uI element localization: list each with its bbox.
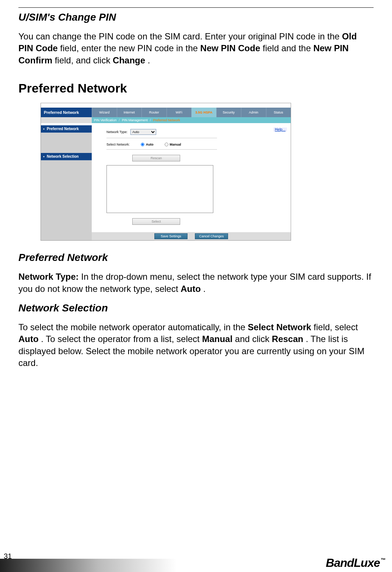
network-type-row: Network Type: Auto: [106, 129, 291, 135]
ui-footer-left: [41, 232, 92, 240]
divider: [106, 138, 217, 138]
subtab-preferred-network[interactable]: Preferred Network: [153, 118, 180, 122]
subtab-separator: /: [119, 118, 120, 122]
sidebar-gap: [41, 133, 92, 153]
heading-preferred-network: Preferred Network: [18, 81, 374, 95]
radio-auto[interactable]: [141, 143, 144, 146]
text-rescan: Rescan: [272, 334, 303, 344]
top-rule: [18, 7, 374, 8]
sidebar: Preferred Network Network Selection: [41, 125, 92, 232]
bullet-icon: [43, 128, 45, 130]
main-panel: Help... Network Type: Auto Select Networ…: [92, 125, 291, 232]
sidebar-item-label: Preferred Network: [47, 127, 79, 131]
rescan-button[interactable]: Rescan: [132, 155, 180, 161]
help-link[interactable]: Help...: [273, 128, 287, 132]
network-list[interactable]: [106, 165, 213, 213]
text: To select the mobile network operator au…: [18, 322, 248, 332]
select-button[interactable]: Select: [132, 218, 180, 225]
subtab-separator: /: [150, 118, 151, 122]
text: field, enter the new PIN code in the: [60, 43, 200, 53]
sidebar-item-preferred-network[interactable]: Preferred Network: [41, 125, 92, 133]
tab-router[interactable]: Router: [141, 108, 167, 117]
page-footer: 31 BandLuxe™: [0, 550, 392, 572]
select-network-row: Select Network: Auto Manual: [106, 143, 291, 146]
tab-internet[interactable]: Internet: [117, 108, 142, 117]
subtabs-left-gap: [41, 117, 92, 123]
tab-security[interactable]: Security: [216, 108, 241, 117]
paragraph-network-selection: To select the mobile network operator au…: [18, 321, 374, 369]
spacer: [106, 229, 291, 232]
text-network-type-label: Network Type:: [18, 272, 79, 282]
radio-option-manual[interactable]: Manual: [165, 143, 181, 146]
sidebar-item-label: Network Selection: [47, 154, 79, 158]
radio-auto-label: Auto: [146, 143, 154, 146]
ui-content: Preferred Network Network Selection Help…: [41, 125, 291, 232]
subtab-pin-management[interactable]: PIN Management: [122, 118, 148, 122]
network-type-select[interactable]: Auto: [130, 129, 156, 135]
text-change: Change: [113, 55, 145, 65]
ui-footer-right: Save Settings Cancel Changes: [92, 232, 291, 240]
brand-logo: BandLuxe™: [326, 556, 385, 570]
text-select-network: Select Network: [248, 322, 311, 332]
ui-top-strip: [41, 103, 291, 108]
text-auto2: Auto: [18, 334, 39, 344]
text: field and the: [263, 43, 313, 53]
text-new-pin-code: New PIN Code: [200, 43, 260, 53]
subtabs: PIN Verification / PIN Management / Pref…: [92, 117, 291, 123]
tab-35g-hspa[interactable]: 3.5G HSPA: [191, 108, 216, 117]
text: .: [148, 55, 150, 65]
bullet-icon: [43, 156, 45, 157]
radio-manual-label: Manual: [170, 143, 181, 146]
router-admin-screenshot: Preferred Network Wizard Internet Router…: [41, 103, 291, 241]
text: and click: [235, 334, 272, 344]
radio-option-auto[interactable]: Auto: [141, 143, 154, 146]
paragraph-change-pin: You can change the PIN code on the SIM c…: [18, 31, 374, 66]
sidebar-item-network-selection[interactable]: Network Selection: [41, 153, 92, 160]
ui-header-row: Preferred Network Wizard Internet Router…: [41, 108, 291, 117]
tab-status[interactable]: Status: [266, 108, 291, 117]
ui-footer: Save Settings Cancel Changes: [41, 232, 291, 240]
text: field, and click: [55, 55, 113, 65]
text-auto: Auto: [181, 284, 201, 294]
ui-header-title: Preferred Network: [41, 108, 92, 117]
tab-wizard[interactable]: Wizard: [92, 108, 117, 117]
text: .: [203, 284, 206, 294]
tab-wifi[interactable]: WiFi: [167, 108, 192, 117]
heading-usim-change-pin: U/SIM's Change PIN: [18, 11, 374, 23]
text: field, select: [314, 322, 358, 332]
cancel-changes-button[interactable]: Cancel Changes: [195, 233, 228, 239]
paragraph-network-type: Network Type: In the drop-down menu, sel…: [18, 271, 374, 295]
trademark-icon: ™: [381, 557, 385, 563]
text-manual: Manual: [202, 334, 232, 344]
save-settings-button[interactable]: Save Settings: [154, 233, 188, 239]
radio-manual[interactable]: [165, 143, 168, 146]
brand-text: BandLuxe: [326, 556, 380, 569]
text: . To select the operator from a list, se…: [41, 334, 202, 344]
select-network-label: Select Network:: [106, 143, 130, 146]
network-type-label: Network Type:: [106, 130, 127, 134]
top-tabs: Wizard Internet Router WiFi 3.5G HSPA Se…: [92, 108, 291, 117]
tab-admin[interactable]: Admin: [241, 108, 266, 117]
text: You can change the PIN code on the SIM c…: [18, 31, 342, 41]
divider: [106, 149, 217, 150]
subtabs-row: PIN Verification / PIN Management / Pref…: [41, 117, 291, 123]
heading-preferred-network-sub: Preferred Network: [18, 252, 374, 264]
subtab-pin-verification[interactable]: PIN Verification: [94, 118, 117, 122]
heading-network-selection: Network Selection: [18, 302, 374, 314]
